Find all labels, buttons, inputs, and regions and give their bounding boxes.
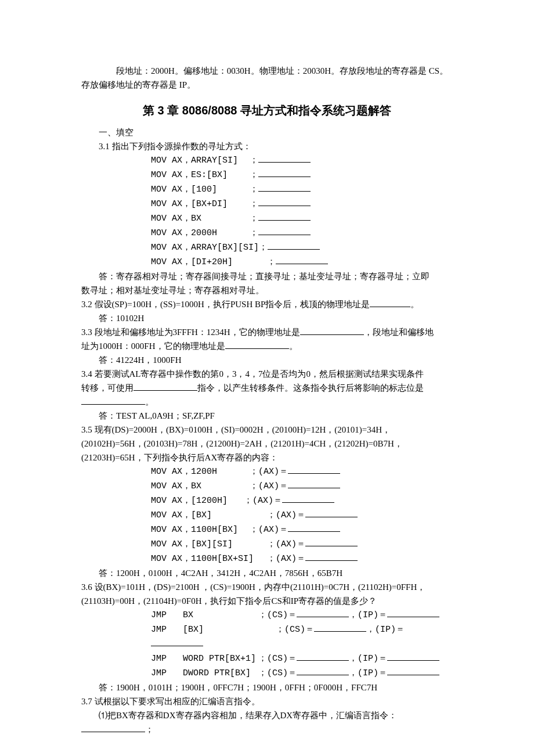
blank: [314, 622, 366, 632]
q37-sub1-a: ⑴把BX寄存器和DX寄存器内容相加，结果存入DX寄存器中，汇编语言指令：: [99, 711, 397, 720]
q31-answer-b: 数寻址；相对基址变址寻址；寄存器相对寻址。: [81, 283, 453, 297]
q31-sep-4: ；: [250, 214, 258, 224]
q35-code-5: MOV AX，[BX][SI]；(AX)＝: [81, 537, 453, 552]
q33-prompt-c: 址为1000H：000FH，它的物理地址是: [81, 341, 225, 351]
blank: [258, 211, 311, 221]
q31-code-6: MOV AX，ARRAY[BX][SI]；: [81, 240, 453, 255]
q35-ax-2: ；(AX)＝: [244, 496, 282, 506]
q37-line1: 3.7 试根据以下要求写出相应的汇编语言指令。: [81, 694, 453, 708]
q35-instr-5: MOV AX，[BX][SI]: [151, 538, 267, 552]
blank: [282, 494, 334, 503]
q32-prompt-a: 3.2 假设(SP)=100H，(SS)=1000H，执行PUSH BP指令后，…: [81, 300, 370, 309]
q34-answer: 答：TEST AL,0A9H；SF,ZF,PF: [81, 409, 453, 423]
q35-answer: 答：1200H，0100H，4C2AH，3412H，4C2AH，7856H，65…: [81, 566, 453, 580]
q31-sep-3: ；: [250, 199, 258, 209]
blank: [387, 666, 439, 675]
q35-code-6: MOV AX，1100H[BX+SI]；(AX)＝: [81, 552, 453, 566]
q36-row-2: JMPWORD PTR[BX+1]；(CS)＝，(IP)＝: [81, 651, 453, 666]
blank: [268, 240, 320, 250]
blank: [258, 153, 311, 163]
q36-cs-0: ；(CS)＝: [258, 610, 297, 620]
q35-ax-5: ；(AX)＝: [267, 539, 305, 549]
blank: [387, 651, 439, 661]
q33-answer: 答：41224H，1000FH: [81, 353, 453, 367]
q35-instr-1: MOV AX，BX: [151, 480, 250, 494]
q36-cs-2: ；(CS)＝: [258, 654, 297, 664]
intro-line-2: 存放偏移地址的寄存器是 IP。: [81, 78, 453, 92]
q36-inst-2: JMP: [151, 652, 183, 666]
q36-row-1: JMP[BX]；(CS)＝，(IP)＝: [81, 622, 453, 651]
q36-cs-1: ；(CS)＝: [276, 625, 314, 635]
blank: [297, 651, 349, 661]
blank: [134, 381, 197, 391]
q32-prompt: 3.2 假设(SP)=100H，(SS)=1000H，执行PUSH BP指令后，…: [81, 297, 453, 311]
q36-ip-0: ，(IP)＝: [349, 610, 387, 620]
q34-prompt-line2: 转移，可使用指令，以产生转移条件。这条指令执行后将影响的标志位是。: [81, 381, 453, 409]
q33-prompt-b: ，段地址和偏移地: [364, 327, 434, 337]
q31-sep-1: ；: [250, 170, 258, 180]
q34-prompt-d: 。: [145, 397, 154, 406]
q33-prompt-line1: 3.3 段地址和偏移地址为3FFFH：1234H，它的物理地址是，段地址和偏移地: [81, 325, 453, 339]
q31-instr-6: MOV AX，ARRAY[BX][SI]: [151, 241, 259, 255]
section-1-header: 一、填空: [81, 125, 453, 139]
blank: [297, 666, 349, 675]
q37-sub1-b: ；: [145, 725, 154, 734]
blank: [151, 637, 203, 646]
q31-code-3: MOV AX，[BX+DI]；: [81, 197, 453, 211]
q35-instr-0: MOV AX，1200H: [151, 465, 250, 479]
q33-prompt-d: 。: [289, 341, 298, 351]
blank: [288, 479, 340, 488]
chapter-title: 第 3 章 8086/8088 寻址方式和指令系统习题解答: [81, 101, 453, 120]
q31-instr-2: MOV AX，[100]: [151, 183, 250, 197]
q35-code-0: MOV AX，1200H；(AX)＝: [81, 465, 453, 479]
q31-code-7: MOV AX，[DI+20H]；: [81, 255, 453, 269]
blank: [276, 255, 328, 264]
q35-instr-6: MOV AX，1100H[BX+SI]: [151, 552, 267, 566]
q36-row-0: JMPBX；(CS)＝，(IP)＝: [81, 608, 453, 622]
q35-ax-0: ；(AX)＝: [250, 467, 288, 477]
q36-row-3: JMPDWORD PTR[BX]；(CS)＝，(IP)＝: [81, 666, 453, 681]
q35-ax-3: ；(AX)＝: [267, 510, 305, 520]
blank: [288, 465, 340, 474]
q31-sep-7: ；: [267, 257, 276, 267]
q31-prompt: 3.1 指出下列指令源操作数的寻址方式：: [81, 139, 453, 153]
q36-ip-2: ，(IP)＝: [349, 654, 387, 664]
q35-code-4: MOV AX，1100H[BX]；(AX)＝: [81, 523, 453, 537]
q35-line3: (21203H)=65H，下列指令执行后AX寄存器的内容：: [81, 451, 453, 465]
q31-instr-7: MOV AX，[DI+20H]: [151, 255, 267, 269]
q31-instr-3: MOV AX，[BX+DI]: [151, 197, 250, 211]
q33-prompt-a: 3.3 段地址和偏移地址为3FFFH：1234H，它的物理地址是: [81, 327, 300, 337]
q31-instr-0: MOV AX，ARRAY[SI]: [151, 154, 250, 168]
blank: [305, 508, 358, 517]
q35-line1: 3.5 现有(DS)=2000H，(BX)=0100H，(SI)=0002H，(…: [81, 423, 453, 437]
q35-instr-3: MOV AX，[BX]: [151, 509, 267, 523]
q31-sep-0: ；: [250, 156, 258, 165]
q36-cs-3: ；(CS)＝: [258, 668, 297, 678]
q35-instr-4: MOV AX，1100H[BX]: [151, 523, 250, 537]
q31-code-5: MOV AX，2000H；: [81, 226, 453, 240]
blank: [258, 197, 311, 206]
q34-prompt-c: 指令，以产生转移条件。这条指令执行后将影响的标志位是: [197, 383, 424, 393]
q33-prompt-line2: 址为1000H：000FH，它的物理地址是。: [81, 339, 453, 353]
q36-inst-3: JMP: [151, 667, 183, 681]
blank: [305, 552, 358, 561]
q31-code-0: MOV AX，ARRAY[SI]；: [81, 153, 453, 168]
blank: [81, 395, 145, 405]
blank: [258, 226, 311, 235]
q36-inst-1: JMP: [151, 623, 183, 637]
q31-instr-1: MOV AX，ES:[BX]: [151, 168, 250, 182]
q31-code-4: MOV AX，BX；: [81, 211, 453, 226]
q35-ax-6: ；(AX)＝: [267, 554, 305, 564]
q31-instr-5: MOV AX，2000H: [151, 226, 250, 240]
q31-code-2: MOV AX，[100]；: [81, 182, 453, 197]
blank: [370, 298, 410, 307]
q36-answer: 答：1900H，0101H；1900H，0FFC7H；1900H，0FFH；0F…: [81, 681, 453, 694]
q36-op-3: DWORD PTR[BX]: [183, 667, 258, 681]
blank: [300, 326, 364, 335]
q36-ip-1: ，(IP)＝: [366, 625, 405, 635]
q36-inst-0: JMP: [151, 609, 183, 622]
blank: [258, 182, 311, 192]
q35-ax-4: ；(AX)＝: [250, 525, 288, 535]
q31-instr-4: MOV AX，BX: [151, 212, 250, 226]
q36-op-0: BX: [183, 609, 258, 622]
